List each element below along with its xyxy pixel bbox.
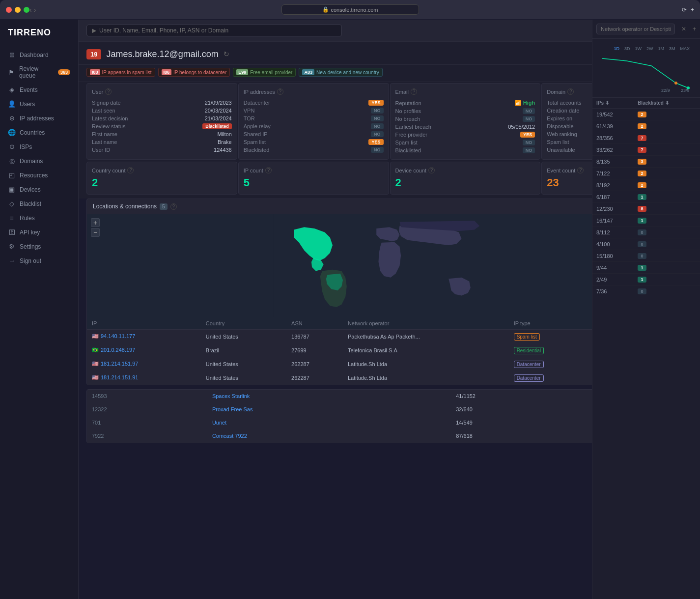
rp-blacklisted-badge: 2 (638, 182, 646, 188)
sidebar-label-review-queue: Review queue (19, 65, 54, 79)
chart-btn-3d[interactable]: 3D (623, 46, 632, 52)
refresh-icon[interactable]: ↻ (224, 50, 229, 58)
country-count-help[interactable]: ? (127, 167, 134, 173)
minimize-dot[interactable] (15, 7, 21, 13)
right-panel-add-icon[interactable]: + (693, 26, 696, 32)
chart-btn-2w[interactable]: 2W (645, 46, 655, 52)
sidebar-item-review-queue[interactable]: ⚑ Review queue 363 (0, 62, 78, 83)
map-zoom-out[interactable]: − (91, 228, 100, 237)
map-controls: + − (91, 218, 100, 237)
ip-address-link[interactable]: 181.214.151.97 (101, 361, 138, 367)
ip-card-title: IP addresses ? (244, 88, 384, 95)
rp-ips-cell: 33/262 (592, 144, 634, 156)
app-logo: TIRRENO (0, 28, 78, 48)
sidebar-item-resources[interactable]: ◰ Resources (0, 168, 78, 182)
search-input[interactable] (99, 27, 336, 34)
sidebar-item-api-key[interactable]: ⚿ API key (0, 225, 78, 239)
sidebar-item-sign-out[interactable]: → Sign out (0, 254, 78, 268)
device-count-help[interactable]: ? (428, 167, 435, 173)
country-cell: United States (201, 330, 286, 343)
sidebar-label-ip: IP addresses (20, 115, 54, 122)
sidebar-item-settings[interactable]: ⚙ Settings (0, 239, 78, 254)
sidebar-item-isps[interactable]: ⊙ ISPs (0, 140, 78, 154)
list-item: 61/439 2 (592, 120, 700, 132)
sidebar-item-users[interactable]: 👤 Users (0, 97, 78, 111)
locations-help[interactable]: ? (170, 203, 177, 210)
sidebar-item-devices[interactable]: ▣ Devices (0, 182, 78, 197)
email-help-icon[interactable]: ? (411, 88, 417, 95)
isp-name: Comcast 7922 (207, 429, 451, 443)
right-panel-close-icon[interactable]: ✕ (681, 26, 686, 32)
rp-blacklisted-badge: 8 (638, 206, 646, 212)
rp-col-blacklisted: Blacklisted ⬍ (634, 98, 700, 109)
ip-address-link[interactable]: 181.214.151.91 (101, 374, 138, 380)
user-card: User ? Signup date 21/09/2023 Last seen … (86, 83, 237, 160)
rp-ips-cell: 8/112 (592, 227, 634, 238)
sidebar-item-dashboard[interactable]: ⊞ Dashboard (0, 48, 78, 62)
back-icon[interactable]: ‹ (29, 6, 32, 14)
event-count-help[interactable]: ? (577, 167, 584, 173)
tag-i83: I83 IP appears in spam list (86, 68, 155, 77)
tag-a83: A83 New device and new country (299, 68, 382, 77)
tag-code-e99: E99 (236, 69, 248, 75)
col-asn: ASN (286, 317, 343, 330)
rp-ips-cell: 7/36 (592, 285, 634, 297)
ip-blacklisted: Blacklisted NO (244, 146, 384, 154)
ip-count-value: 5 (244, 176, 384, 189)
maximize-dot[interactable] (24, 7, 29, 13)
search-wrap[interactable]: ▶ (86, 25, 342, 36)
ip-count-help[interactable]: ? (265, 167, 272, 173)
domain-help-icon[interactable]: ? (567, 88, 574, 95)
settings-icon: ⚙ (8, 243, 16, 250)
sidebar-item-countries[interactable]: 🌐 Countries (0, 125, 78, 140)
locations-title: Locations & connections (93, 203, 157, 210)
ip-type-pill: Residential (514, 347, 544, 354)
rp-blacklisted-badge: 2 (638, 171, 646, 176)
sidebar-item-domains[interactable]: ◎ Domains (0, 154, 78, 168)
sidebar-item-blacklist[interactable]: ◇ Blacklist (0, 197, 78, 211)
rp-ips-cell: 4/100 (592, 238, 634, 250)
operator-cell: Latitude.Sh Ltda (343, 371, 509, 385)
add-tab-icon[interactable]: + (691, 6, 694, 13)
ip-help-icon[interactable]: ? (277, 88, 283, 95)
blacklisted-pill: Blacklisted (202, 123, 232, 129)
email-no-profiles: No profiles NO (395, 107, 535, 115)
chart-btn-max[interactable]: MAX (678, 46, 691, 52)
window-chrome: ‹ › 🔒 console.tirreno.com ⟳ + (0, 0, 700, 20)
right-panel-header: ✕ + (592, 20, 700, 39)
sidebar-item-rules[interactable]: ≡ Rules (0, 211, 78, 225)
url-bar-right: ⟳ + (682, 6, 694, 13)
nav-arrows: ‹ › (29, 6, 36, 14)
chart-btn-1w[interactable]: 1W (633, 46, 643, 52)
list-item: 4/100 0 (592, 238, 700, 250)
chart-btn-3m[interactable]: 3M (668, 46, 677, 52)
sidebar-item-ip-addresses[interactable]: ⊕ IP addresses (0, 111, 78, 125)
resources-icon: ◰ (8, 171, 16, 179)
rp-col-ips: IPs ⬍ (592, 98, 634, 109)
list-item: 15/180 0 (592, 250, 700, 262)
ip-apple-relay: Apple relay NO (244, 122, 384, 130)
close-dot[interactable] (6, 7, 12, 13)
right-panel: ✕ + 1D 3D 1W 2W 1M 3M MAX 22/9 (592, 20, 700, 599)
forward-icon[interactable]: › (34, 6, 36, 14)
sidebar-label-devices: Devices (20, 186, 41, 193)
rp-blacklisted-badge: 0 (638, 241, 646, 247)
country-cell: Brazil (201, 343, 286, 357)
ip-address-link[interactable]: 201.0.248.197 (101, 347, 135, 353)
sidebar-label-api-key: API key (20, 229, 40, 236)
refresh-icon[interactable]: ⟳ (682, 6, 687, 13)
rp-ips-cell: 7/122 (592, 168, 634, 179)
map-zoom-in[interactable]: + (91, 218, 100, 227)
sidebar-label-domains: Domains (20, 158, 43, 165)
sidebar-item-events[interactable]: ◈ Events (0, 83, 78, 97)
events-icon: ◈ (8, 86, 16, 93)
chart-btn-1d[interactable]: 1D (612, 46, 621, 52)
api-key-icon: ⚿ (8, 228, 16, 236)
right-panel-search-input[interactable] (596, 24, 675, 34)
chart-btn-1m[interactable]: 1M (656, 46, 666, 52)
ip-address-link[interactable]: 94.140.11.177 (101, 333, 135, 339)
user-help-icon[interactable]: ? (105, 88, 112, 95)
isp-col1: 32/640 (451, 403, 593, 416)
url-bar[interactable]: 🔒 console.tirreno.com (281, 4, 419, 15)
country-count-label: Country count ? (92, 167, 232, 173)
